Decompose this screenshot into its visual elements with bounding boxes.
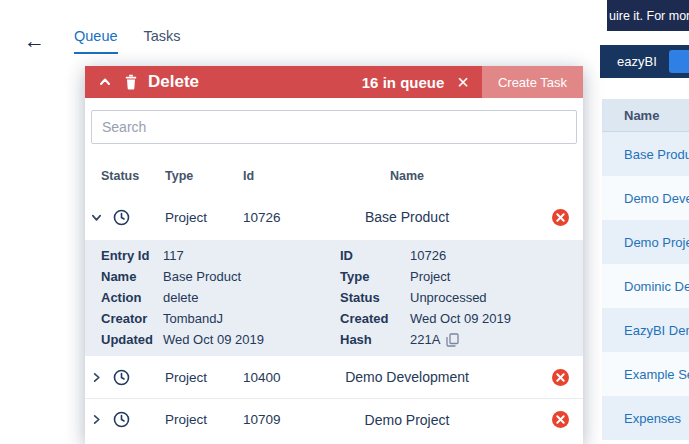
chevron-down-icon[interactable] — [90, 211, 103, 224]
column-status: Status — [85, 169, 147, 183]
entry-details-right: ID 10726 Type Project Status Unprocessed… — [340, 245, 583, 350]
row-id: 10709 — [235, 412, 323, 427]
row-type: Project — [147, 210, 235, 225]
detail-label: Entry Id — [101, 245, 163, 266]
detail-label: Created — [340, 308, 410, 329]
column-name: Name — [323, 169, 537, 183]
collapse-chevron-up-icon[interactable] — [98, 75, 112, 89]
row-id: 10400 — [235, 370, 323, 385]
detail-label: Name — [101, 266, 163, 287]
remove-entry-icon[interactable] — [551, 208, 570, 227]
column-header-label: Name — [624, 108, 659, 123]
clock-status-icon — [107, 209, 147, 226]
detail-label: Hash — [340, 329, 410, 350]
eazybi-navbar: eazyBI — [600, 45, 689, 78]
clock-status-icon — [107, 411, 147, 428]
projects-table: Name Base Produ Demo Deve Demo Proje Dom… — [602, 99, 689, 444]
navbar-action-button[interactable] — [669, 50, 689, 73]
project-link[interactable]: Base Produ — [624, 147, 689, 162]
queue-count-badge: 16 in queue — [362, 74, 445, 91]
project-row[interactable]: EazyBI Dem — [602, 308, 689, 352]
chevron-right-icon[interactable] — [90, 371, 103, 384]
project-link[interactable]: Expenses — [624, 411, 681, 426]
detail-label: ID — [340, 245, 410, 266]
panel-title: Delete — [148, 72, 199, 92]
detail-value: Base Product — [163, 266, 340, 287]
remove-entry-icon[interactable] — [551, 368, 570, 387]
search-bar — [85, 98, 583, 144]
tab-queue[interactable]: Queue — [74, 28, 118, 54]
project-link[interactable]: EazyBI Dem — [624, 323, 689, 338]
detail-value: delete — [163, 287, 340, 308]
copy-icon[interactable] — [446, 333, 459, 347]
detail-value: Wed Oct 09 2019 — [410, 308, 583, 329]
eazybi-brand: eazyBI — [617, 54, 657, 69]
page-banner-fragment: uire it. For mor — [609, 9, 689, 23]
queue-row[interactable]: Project 10400 Demo Development — [85, 356, 583, 398]
page-banner-text: uire it. For mor — [607, 0, 689, 31]
app-screen: uire it. For mor eazyBI Name Base Produ … — [0, 0, 689, 444]
row-name: Demo Project — [323, 412, 537, 428]
remove-entry-icon[interactable] — [551, 410, 570, 429]
delete-queue-panel: Delete 16 in queue × Create Task Status … — [85, 66, 583, 444]
row-name: Demo Development — [323, 369, 537, 385]
panel-header: Delete 16 in queue × Create Task — [85, 66, 583, 98]
chevron-right-icon[interactable] — [90, 413, 103, 426]
hash-text: 221A — [410, 329, 440, 350]
row-type: Project — [147, 412, 235, 427]
tab-bar: Queue Tasks — [74, 28, 181, 54]
row-id: 10726 — [235, 210, 323, 225]
project-row[interactable]: Dominic De — [602, 264, 689, 308]
detail-value: 117 — [163, 245, 340, 266]
detail-label: Type — [340, 266, 410, 287]
project-link[interactable]: Example Se — [624, 367, 689, 382]
column-type: Type — [147, 169, 235, 183]
project-link[interactable]: Demo Proje — [624, 235, 689, 250]
close-icon[interactable]: × — [457, 72, 469, 92]
project-link[interactable]: Demo Deve — [624, 191, 689, 206]
detail-value: Wed Oct 09 2019 — [163, 329, 340, 350]
project-row[interactable]: Base Produ — [602, 132, 689, 176]
detail-label: Action — [101, 287, 163, 308]
queue-row[interactable]: Project 10709 Demo Project — [85, 398, 583, 440]
hash-value: 221A — [410, 329, 583, 350]
project-row[interactable]: Demo Deve — [602, 176, 689, 220]
detail-label: Creator — [101, 308, 163, 329]
detail-value: TombandJ — [163, 308, 340, 329]
create-task-button[interactable]: Create Task — [482, 66, 583, 98]
overlay-topbar: ← Queue Tasks — [0, 0, 600, 66]
queue-row[interactable]: Project 10726 Base Product — [85, 194, 583, 240]
project-row[interactable]: Demo Proje — [602, 220, 689, 264]
queue-table-header: Status Type Id Name — [85, 158, 583, 194]
entry-details: Entry Id 117 Name Base Product Action de… — [85, 240, 583, 356]
projects-table-header-name[interactable]: Name — [602, 99, 689, 132]
row-type: Project — [147, 370, 235, 385]
entry-details-left: Entry Id 117 Name Base Product Action de… — [85, 245, 340, 350]
search-input[interactable] — [91, 110, 577, 144]
extension-overlay: ← Queue Tasks Delete — [0, 0, 600, 444]
back-arrow-icon[interactable]: ← — [24, 30, 45, 51]
project-link[interactable]: Dominic De — [624, 279, 689, 294]
detail-value: 10726 — [410, 245, 583, 266]
detail-label: Updated — [101, 329, 163, 350]
clock-status-icon — [107, 369, 147, 386]
detail-value: Project — [410, 266, 583, 287]
project-row[interactable]: Example Se — [602, 352, 689, 396]
row-name: Base Product — [323, 209, 537, 225]
tab-tasks[interactable]: Tasks — [144, 28, 181, 54]
column-id: Id — [235, 169, 323, 183]
project-row[interactable]: Expenses — [602, 396, 689, 440]
detail-value: Unprocessed — [410, 287, 583, 308]
trash-icon — [124, 74, 138, 90]
detail-label: Status — [340, 287, 410, 308]
